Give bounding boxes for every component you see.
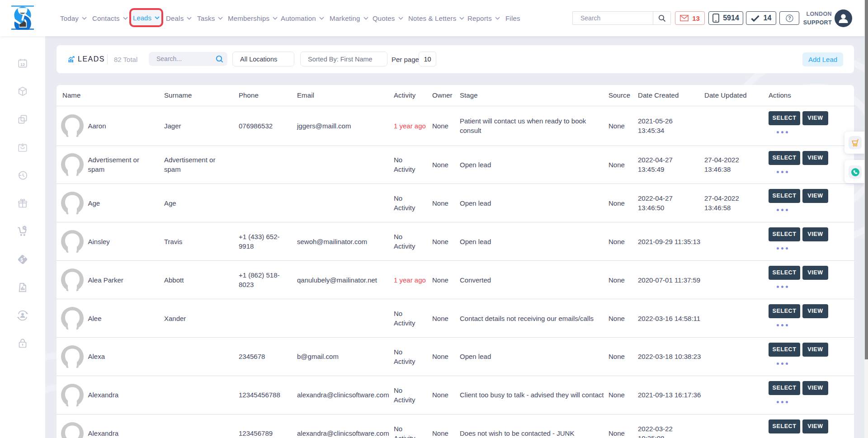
svg-text:12: 12 <box>20 62 25 67</box>
svg-text:?: ? <box>788 16 791 21</box>
svg-text:$: $ <box>20 258 23 263</box>
